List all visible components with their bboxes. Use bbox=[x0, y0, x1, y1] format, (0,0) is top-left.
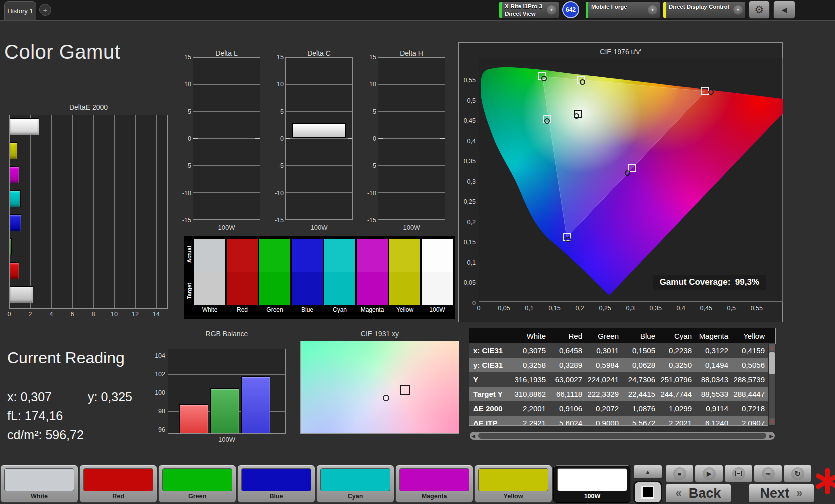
gamut-measured-green-marker bbox=[541, 76, 547, 82]
tab-history-1[interactable]: History 1 bbox=[4, 2, 36, 20]
black-square-icon bbox=[643, 488, 653, 498]
pattern-button-red[interactable]: Red bbox=[79, 465, 157, 503]
deltae-x-axis: 02 46 810 1214 bbox=[2, 311, 164, 318]
pattern-up-button[interactable]: ▲ bbox=[633, 465, 662, 479]
chevron-down-icon: ▼ bbox=[733, 6, 743, 15]
pattern-button-blue[interactable]: Blue bbox=[237, 465, 315, 503]
collapse-panel-button[interactable]: ◀ bbox=[773, 1, 795, 19]
table-row-x-cie31[interactable]: x: CIE31 0,30750,6458 0,30110,1505 0,223… bbox=[469, 344, 775, 358]
reading-count-badge[interactable]: 642 bbox=[562, 2, 579, 18]
delta-h-x-label: 100W bbox=[378, 224, 445, 232]
table-vscroll-thumb[interactable] bbox=[769, 352, 775, 374]
measurement-table: WhiteRed GreenBlue CyanMagenta Yellow x:… bbox=[469, 328, 776, 426]
delta-l-x-label: 100W bbox=[193, 224, 260, 232]
chevron-double-left-icon: « bbox=[676, 487, 682, 500]
table-vertical-scrollbar[interactable]: ▲ ▼ bbox=[768, 344, 776, 426]
back-button[interactable]: «Back bbox=[665, 484, 731, 503]
gamut-measured-blue-marker bbox=[565, 237, 571, 242]
page-title: Color Gamut bbox=[4, 41, 120, 64]
table-row-y-cie31[interactable]: y: CIE31 0,32580,3289 0,59840,0628 0,325… bbox=[469, 358, 775, 372]
table-row-deltae-2000[interactable]: ΔE 2000 2,20010,9106 0,20721,0876 1,0299… bbox=[469, 402, 775, 416]
top-bar-divider bbox=[0, 20, 835, 22]
continuous-read-button[interactable]: ∞ bbox=[754, 465, 782, 482]
top-bar: History 1 + X-Rite i1Pro 3 Direct View ▼… bbox=[0, 0, 835, 20]
strip-column-yellow: Yellow bbox=[389, 239, 420, 318]
scroll-up-icon[interactable]: ▲ bbox=[769, 344, 775, 352]
deltae-bar-yellow bbox=[10, 142, 17, 160]
gamut-measured-magenta-marker bbox=[625, 170, 630, 176]
stop-button[interactable]: ■ bbox=[665, 465, 694, 482]
pattern-button-white[interactable]: White bbox=[0, 465, 78, 503]
delta-h-y-axis: 1510 50 -5-10 -15 bbox=[361, 54, 376, 224]
cie1931-title: CIE 1931 xy bbox=[300, 330, 459, 338]
meter-dropdown[interactable]: X-Rite i1Pro 3 Direct View ▼ bbox=[499, 2, 559, 19]
rgb-balance-chart bbox=[168, 349, 286, 434]
stop-icon: ■ bbox=[673, 468, 686, 480]
pattern-window-button[interactable] bbox=[633, 481, 662, 504]
table-row-deltae-itp[interactable]: ΔE ITP 2,29215,6024 0,90005,5672 2,20216… bbox=[469, 416, 775, 426]
gamut-measured-cyan-marker bbox=[544, 118, 550, 124]
pattern-button-yellow[interactable]: Yellow bbox=[474, 465, 552, 503]
strip-column-cyan: Cyan bbox=[324, 239, 355, 318]
display-control-label: Direct Display Control bbox=[666, 2, 731, 11]
rgb-balance-title: RGB Balance bbox=[168, 330, 286, 338]
table-row-y-luminance[interactable]: Y 316,193563,0027 224,024124,7306 251,07… bbox=[469, 372, 775, 387]
gamut-measured-white-marker bbox=[574, 114, 579, 119]
strip-column-green: Green bbox=[259, 239, 290, 318]
pattern-source-dropdown[interactable]: Mobile Forge ▼ bbox=[585, 2, 660, 19]
display-control-dropdown[interactable]: Direct Display Control ▼ bbox=[663, 2, 746, 19]
loop-button[interactable]: ↻ bbox=[783, 465, 812, 482]
play-icon: ▶ bbox=[703, 468, 716, 480]
pattern-button-cyan[interactable]: Cyan bbox=[316, 465, 394, 503]
delta-c-chart bbox=[285, 58, 353, 220]
current-reading-y: y: 0,325 bbox=[88, 390, 132, 404]
delta-c-bar bbox=[292, 124, 346, 138]
scroll-left-icon[interactable]: ◀ bbox=[470, 434, 477, 439]
calman-window: History 1 + X-Rite i1Pro 3 Direct View ▼… bbox=[0, 0, 835, 504]
chevron-double-right-icon: » bbox=[796, 487, 802, 500]
whitepoint-target-marker bbox=[400, 386, 410, 396]
pattern-button-100w[interactable]: 100W bbox=[553, 465, 631, 503]
table-horizontal-scrollbar[interactable]: ◀ ▶ bbox=[470, 432, 775, 440]
deltae-bar-magenta bbox=[10, 166, 19, 184]
table-hscroll-thumb[interactable] bbox=[478, 433, 766, 439]
settings-button[interactable]: ⚙ bbox=[749, 1, 770, 19]
strip-column-blue: Blue bbox=[292, 239, 323, 318]
scroll-down-icon[interactable]: ▼ bbox=[769, 418, 775, 426]
cie1931-chart bbox=[300, 341, 459, 434]
rgb-bar-red bbox=[179, 404, 208, 434]
rgb-bar-blue bbox=[241, 376, 270, 434]
rgb-bar-green bbox=[210, 388, 239, 434]
strip-column-magenta: Magenta bbox=[357, 239, 388, 318]
strip-column-white: White bbox=[194, 239, 225, 318]
step-button[interactable] bbox=[724, 465, 753, 482]
current-reading-fl: fL: 174,16 bbox=[7, 409, 63, 424]
table-header-row: WhiteRed GreenBlue CyanMagenta Yellow bbox=[469, 328, 775, 344]
delta-h-chart bbox=[378, 58, 445, 220]
pattern-source-label: Mobile Forge bbox=[588, 2, 645, 11]
cie1976-horseshoe bbox=[479, 58, 783, 302]
cie1976-plot: Gamut Coverage: 99,3% bbox=[479, 58, 783, 302]
calman-asterisk-logo bbox=[815, 468, 835, 495]
strip-column-red: Red bbox=[227, 239, 258, 318]
table-row-target-y[interactable]: Target Y 310,886266,1118 222,332922,4415… bbox=[469, 387, 775, 402]
pattern-button-green[interactable]: Green bbox=[158, 465, 236, 503]
deltae-chart-title: DeltaE 2000 bbox=[9, 104, 168, 112]
scroll-right-icon[interactable]: ▶ bbox=[768, 434, 775, 439]
delta-h-title: Delta H bbox=[378, 50, 445, 58]
strip-column-100w: 100W bbox=[422, 239, 453, 318]
current-reading-x: x: 0,307 bbox=[7, 390, 52, 404]
gear-icon: ⚙ bbox=[755, 4, 764, 16]
deltae-bar-red bbox=[10, 262, 19, 280]
next-button[interactable]: Next» bbox=[748, 484, 814, 503]
chevron-down-icon: ▼ bbox=[547, 6, 556, 15]
current-reading-cd: cd/m²: 596,72 bbox=[7, 428, 84, 442]
rgb-balance-x-label: 100W bbox=[168, 436, 286, 444]
deltae-bar-cyan bbox=[10, 190, 21, 208]
deltae-bar-white bbox=[10, 118, 39, 136]
add-tab-button[interactable]: + bbox=[39, 4, 51, 16]
pattern-button-magenta[interactable]: Magenta bbox=[395, 465, 473, 503]
play-button[interactable]: ▶ bbox=[695, 465, 723, 482]
chevron-down-icon: ▼ bbox=[648, 6, 657, 15]
cie1976-panel: CIE 1976 u'v' 0,550,5 0,450,4 0,350,3 0,… bbox=[458, 42, 783, 322]
